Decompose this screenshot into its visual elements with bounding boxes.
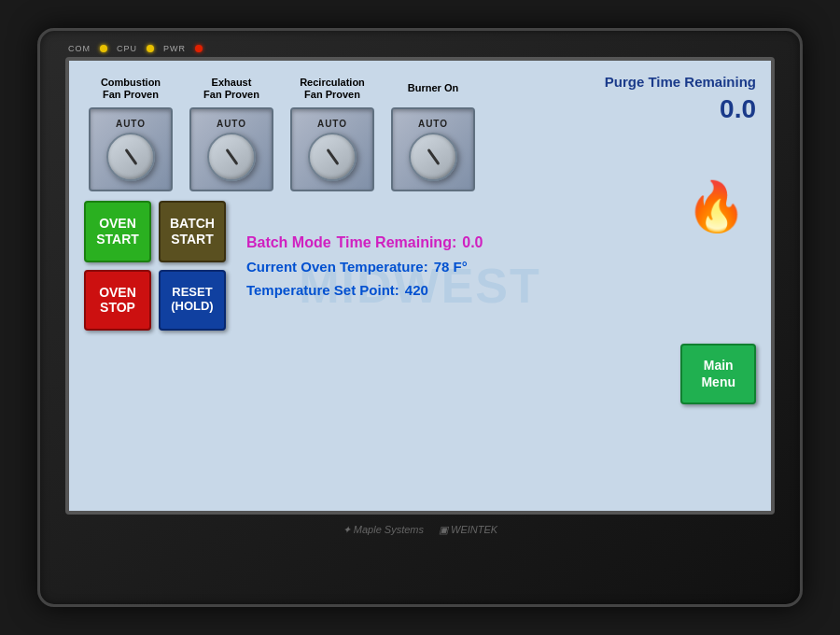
screen: MIDWEST CombustionFan Proven AUTO — [65, 57, 775, 515]
screen-content: CombustionFan Proven AUTO ExhaustFan Pro… — [84, 74, 756, 500]
exhaust-knob-line — [225, 148, 238, 164]
com-indicator — [100, 45, 107, 52]
burner-auto: AUTO — [418, 119, 448, 129]
time-remaining-value: 0.0 — [462, 234, 483, 251]
purge-time-panel: Purge Time Remaining 0.0 — [605, 74, 756, 124]
burner-label: Burner On — [408, 74, 458, 104]
purge-time-title: Purge Time Remaining — [605, 74, 756, 91]
knob-panel-combustion: CombustionFan Proven AUTO — [84, 74, 177, 191]
batch-mode-line: Batch Mode Time Remaining: 0.0 — [246, 234, 756, 251]
exhaust-dial[interactable] — [207, 133, 256, 181]
pwr-label: PWR — [163, 44, 186, 53]
recirc-label: RecirculationFan Proven — [300, 74, 365, 104]
top-bar: COM CPU PWR — [59, 40, 781, 57]
com-label: COM — [68, 44, 91, 53]
device: COM CPU PWR MIDWEST CombustionFan Proven… — [37, 28, 803, 607]
brand-bar: ✦ Maple Systems ▣ WEINTEK — [343, 524, 497, 536]
setpoint-value: 420 — [405, 282, 428, 298]
knob-panel-exhaust: ExhaustFan Proven AUTO — [185, 74, 278, 191]
oven-temp-line: Current Oven Temperature: 78 F° — [246, 259, 756, 275]
combustion-knob-line — [124, 148, 137, 164]
recirc-knob-box[interactable]: AUTO — [290, 107, 374, 191]
cpu-label: CPU — [117, 44, 137, 53]
oven-start-button[interactable]: OVENSTART — [84, 201, 151, 262]
exhaust-auto: AUTO — [217, 119, 246, 129]
batch-start-button[interactable]: BATCHSTART — [159, 201, 226, 262]
oven-temp-value: 78 F° — [434, 259, 468, 275]
time-remaining-label: Time Remaining: — [337, 234, 457, 251]
top-row: CombustionFan Proven AUTO ExhaustFan Pro… — [84, 74, 756, 191]
button-grid: OVENSTART BATCHSTART OVENSTOP RESET(HOLD… — [84, 201, 226, 331]
recirc-knob-line — [326, 148, 339, 164]
info-panel: 🔥 Batch Mode Time Remaining: 0.0 Current… — [237, 201, 756, 331]
flame-icon: 🔥 — [686, 182, 747, 231]
exhaust-label: ExhaustFan Proven — [203, 74, 259, 104]
reset-button[interactable]: RESET(HOLD) — [159, 270, 226, 332]
combustion-label: CombustionFan Proven — [101, 74, 161, 104]
purge-time-value: 0.0 — [605, 94, 756, 124]
recirc-dial[interactable] — [308, 133, 357, 181]
knob-panels: CombustionFan Proven AUTO ExhaustFan Pro… — [84, 74, 480, 191]
oven-stop-button[interactable]: OVENSTOP — [84, 270, 151, 332]
burner-knob-box[interactable]: AUTO — [391, 107, 475, 191]
bottom-row: MainMenu — [84, 344, 756, 403]
batch-mode-label: Batch Mode — [246, 234, 331, 251]
brand-left: ✦ Maple Systems — [343, 524, 424, 536]
brand-right: ▣ WEINTEK — [439, 524, 497, 536]
combustion-knob-box[interactable]: AUTO — [89, 107, 173, 191]
knob-panel-burner: Burner On AUTO — [386, 74, 480, 191]
combustion-dial[interactable] — [106, 133, 155, 181]
main-menu-button[interactable]: MainMenu — [680, 344, 756, 403]
setpoint-line: Temperature Set Point: 420 — [246, 282, 756, 298]
combustion-auto: AUTO — [116, 119, 146, 129]
oven-temp-label: Current Oven Temperature: — [246, 259, 428, 275]
burner-dial[interactable] — [409, 133, 457, 181]
exhaust-knob-box[interactable]: AUTO — [189, 107, 273, 191]
knob-panel-recirc: RecirculationFan Proven AUTO — [286, 74, 379, 191]
burner-knob-line — [427, 148, 440, 164]
pwr-indicator — [195, 45, 203, 52]
middle-row: OVENSTART BATCHSTART OVENSTOP RESET(HOLD… — [84, 201, 756, 331]
cpu-indicator — [147, 45, 154, 52]
setpoint-label: Temperature Set Point: — [246, 282, 399, 298]
recirc-auto: AUTO — [317, 119, 347, 129]
indicator-group: COM CPU PWR — [68, 44, 203, 53]
